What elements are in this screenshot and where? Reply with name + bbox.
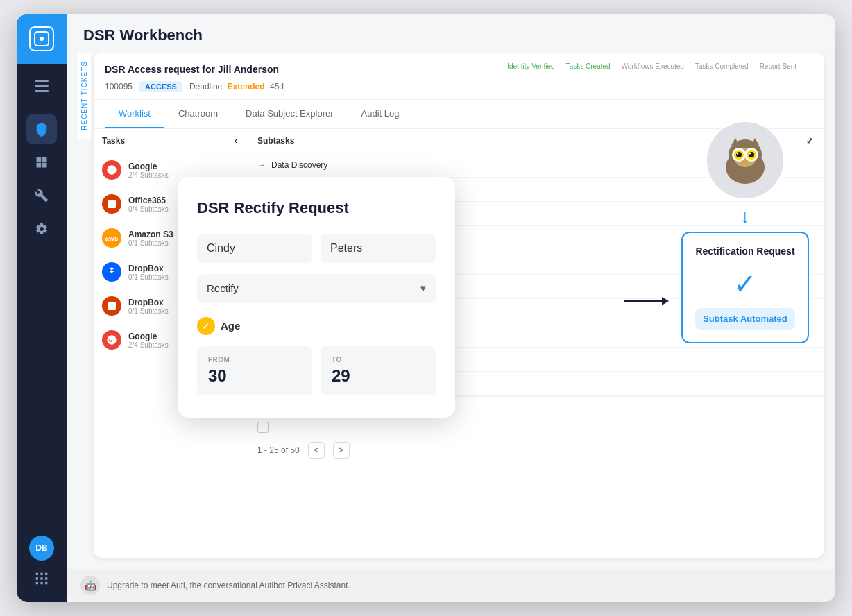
age-fields: FROM 30 To 29 [197,346,436,395]
tab-worklist[interactable]: Worklist [105,100,164,128]
owl-avatar [707,122,783,198]
subtask-automated-label: Subtask Automated [695,308,794,330]
sidebar-item-gear[interactable] [26,214,57,244]
svg-rect-5 [108,200,116,208]
progress-steps: Identity Verified Tasks Created Workflow… [502,62,813,76]
svg-rect-4 [35,90,49,92]
first-name-field[interactable]: Cindy [197,234,312,263]
google-logo-1 [102,160,121,180]
down-arrow-icon: ↓ [740,205,750,228]
bottom-bar: 🤖 Upgrade to meet Auti, the conversation… [67,569,835,602]
recent-tickets-label[interactable]: RECENT TICKETS [78,53,91,139]
to-age-field[interactable]: To 29 [321,346,436,395]
owl-rectification-area: ↓ Rectification Request ✓ Subtask Automa… [676,122,815,343]
dsr-meta: 100095 ACCESS Deadline Extended 45d [105,81,813,92]
svg-point-19 [749,153,751,155]
dsr-request-title: DSR Access request for Jill Anderson [105,64,279,75]
step-identity-verified: Identity Verified [502,62,560,76]
step-report-sent: Report Sent [754,62,802,76]
attribute-label: Age [221,320,240,332]
sidebar-item-shield[interactable] [26,114,57,144]
apps-icon[interactable] [29,566,54,591]
to-value: 29 [332,366,425,386]
from-value: 30 [208,366,301,386]
sidebar-nav [17,103,67,536]
sidebar: DB [17,14,67,602]
main-content: DSR Workbench RECENT TICKETS DSR Access … [67,14,835,602]
user-avatar[interactable]: DB [29,536,54,561]
from-age-field[interactable]: FROM 30 [197,346,312,395]
svg-rect-3 [35,85,49,87]
deadline-status: Extended [228,82,265,92]
dsr-header: DSR Access request for Jill Anderson Ide… [94,53,824,100]
sidebar-logo[interactable] [17,14,67,64]
google-logo-2: G [102,330,121,350]
access-badge: ACCESS [139,81,182,92]
menu-button[interactable] [17,69,67,103]
tasks-back-btn[interactable]: ‹ [235,136,237,146]
svg-rect-2 [35,80,49,82]
bottom-bar-text: Upgrade to meet Auti, the conversational… [107,581,350,590]
request-type-select[interactable]: Rectify ▾ [197,274,436,303]
modal-title: DSR Rectify Request [197,199,436,217]
rectify-modal: DSR Rectify Request Cindy Peters Rectify… [178,177,455,418]
tasks-header: Tasks ‹ [94,129,246,153]
page-title: DSR Workbench [83,26,819,44]
pagination-row: 1 - 25 of 50 < > [246,436,824,464]
to-label: To [332,356,425,363]
svg-text:G: G [108,337,112,343]
dropbox-logo-2 [102,296,121,316]
office365-logo [102,194,121,214]
dropbox-logo-1 [102,262,121,282]
app-body: DB DSR Workbench RECENT TICKETS [17,14,835,602]
rectification-title: Rectification Request [695,246,794,257]
deadline-label: Deadline Extended 45d [189,82,284,92]
attribute-check-icon: ✓ [197,317,215,335]
svg-point-18 [737,153,739,155]
app-window: DB DSR Workbench RECENT TICKETS [17,14,835,602]
svg-point-1 [40,37,44,41]
rectification-box: Rectification Request ✓ Subtask Automate… [681,232,808,343]
page-header: DSR Workbench [67,14,835,53]
request-type-value: Rectify [207,282,239,294]
prev-page-btn[interactable]: < [308,442,325,459]
bot-avatar: 🤖 [80,576,100,595]
from-label: FROM [208,356,301,363]
sidebar-item-wrench[interactable] [26,180,57,211]
brand-logo [29,26,54,51]
modal-name-fields: Cindy Peters [197,234,436,263]
dsr-id: 100095 [105,82,133,92]
rectification-check-icon: ✓ [695,268,794,300]
step-tasks-completed: Tasks Completed [690,62,754,76]
next-page-btn[interactable]: > [333,442,350,459]
dsr-title-row: DSR Access request for Jill Anderson Ide… [105,62,813,76]
dropdown-arrow-icon: ▾ [420,282,426,295]
task-name-google-1: Google [128,162,237,171]
tab-audit-log[interactable]: Audit Log [348,100,414,128]
last-name-field[interactable]: Peters [321,234,436,263]
sidebar-item-grid[interactable] [26,147,57,178]
pagination-text: 1 - 25 of 50 [257,445,300,455]
step-workflows-executed: Workflows Executed [616,62,690,76]
task-info-google-1: Google 2/4 Subtasks [128,162,237,179]
tab-data-subject-explorer[interactable]: Data Subject Explorer [232,100,347,128]
svg-rect-6 [108,302,116,310]
content-area: RECENT TICKETS DSR Access request for Ji… [67,53,835,569]
sidebar-bottom: DB [29,536,54,602]
modal-attribute: ✓ Age [197,317,436,335]
amazons3-logo: aws [102,228,121,248]
tab-chatroom[interactable]: Chatroom [164,100,232,128]
step-tasks-created: Tasks Created [561,62,616,76]
checkbox-2[interactable] [257,422,269,433]
